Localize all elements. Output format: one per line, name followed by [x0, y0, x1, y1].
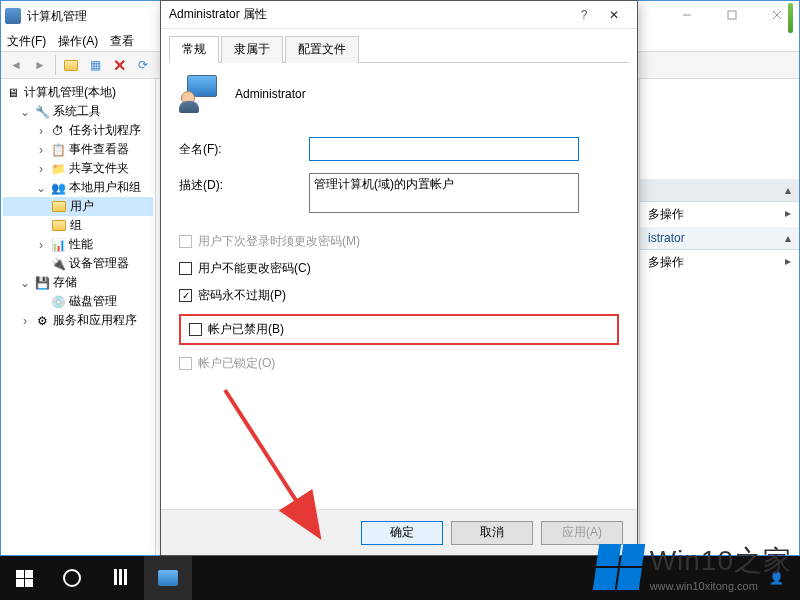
dialog-close-button[interactable]: ✕	[599, 8, 629, 22]
folder-icon	[51, 218, 67, 234]
check-locked: 帐户已锁定(O)	[179, 355, 619, 372]
properties-icon[interactable]: ▦	[84, 54, 106, 76]
tree-localusers[interactable]: ⌄👥本地用户和组	[3, 178, 153, 197]
action-more2[interactable]: 多操作▸	[640, 250, 799, 275]
delete-icon[interactable]: ✕	[108, 54, 130, 76]
check-must-change: 用户下次登录时须更改密码(M)	[179, 233, 619, 250]
menu-view[interactable]: 查看	[110, 33, 134, 50]
watermark-url: www.win10xitong.com	[650, 580, 792, 592]
tree-storage[interactable]: ⌄💾存储	[3, 273, 153, 292]
username-label: Administrator	[235, 87, 306, 101]
watermark-brand: Win10之家	[650, 542, 792, 580]
taskview-button[interactable]	[96, 556, 144, 600]
back-icon: ◄	[5, 54, 27, 76]
expand-icon[interactable]: ›	[35, 144, 47, 156]
watermark: Win10之家 www.win10xitong.com	[596, 542, 792, 592]
check-never-expire[interactable]: ✓ 密码永不过期(P)	[179, 287, 619, 304]
maximize-button[interactable]	[709, 1, 754, 29]
menu-action[interactable]: 操作(A)	[58, 33, 98, 50]
start-button[interactable]	[0, 556, 48, 600]
admin-properties-dialog: Administrator 属性 ? ✕ 常规 隶属于 配置文件 Adminis…	[160, 0, 638, 556]
cancel-button[interactable]: 取消	[451, 521, 533, 545]
menu-file[interactable]: 文件(F)	[7, 33, 46, 50]
check-account-disabled[interactable]: 帐户已禁用(B)	[189, 321, 284, 338]
services-icon: ⚙	[34, 313, 50, 329]
tree-groups[interactable]: 组	[3, 216, 153, 235]
actions-panel: ▴ 多操作▸ istrator▴ 多操作▸	[639, 79, 799, 555]
cortana-icon	[63, 569, 81, 587]
expand-icon[interactable]: ›	[35, 239, 47, 251]
tree-devmgr[interactable]: 🔌设备管理器	[3, 254, 153, 273]
taskbar-app[interactable]	[144, 556, 192, 600]
checkbox-icon	[179, 357, 192, 370]
check-cannot-change[interactable]: 用户不能更改密码(C)	[179, 260, 619, 277]
fullname-label: 全名(F):	[179, 137, 309, 158]
checkbox-icon	[179, 235, 192, 248]
svg-rect-1	[728, 11, 736, 19]
tools-icon: 🔧	[34, 104, 50, 120]
collapse-icon[interactable]: ⌄	[19, 106, 31, 118]
clock-icon: ⏱	[50, 123, 66, 139]
checkbox-icon[interactable]	[189, 323, 202, 336]
storage-icon: 💾	[34, 275, 50, 291]
forward-icon: ►	[29, 54, 51, 76]
tree-systools[interactable]: ⌄🔧系统工具	[3, 102, 153, 121]
checkbox-checked-icon[interactable]: ✓	[179, 289, 192, 302]
computer-icon: 🖥	[5, 85, 21, 101]
disk-icon: 💿	[50, 294, 66, 310]
collapse-icon[interactable]: ⌄	[19, 277, 31, 289]
expand-icon[interactable]: ›	[19, 315, 31, 327]
refresh-icon[interactable]: ⟳	[132, 54, 154, 76]
dialog-titlebar: Administrator 属性 ? ✕	[161, 1, 637, 29]
action-admin-header: istrator▴	[640, 227, 799, 250]
tree-diskmgmt[interactable]: 💿磁盘管理	[3, 292, 153, 311]
ok-button[interactable]: 确定	[361, 521, 443, 545]
folder-icon	[51, 199, 67, 215]
perf-icon: 📊	[50, 237, 66, 253]
dialog-content: Administrator 全名(F): 描述(D): 管理计算机(域)的内置帐…	[161, 63, 637, 384]
fullname-input[interactable]	[309, 137, 579, 161]
tree-perf[interactable]: ›📊性能	[3, 235, 153, 254]
windows-icon	[16, 570, 33, 587]
event-icon: 📋	[50, 142, 66, 158]
expand-icon[interactable]: ›	[35, 163, 47, 175]
tab-general[interactable]: 常规	[169, 36, 219, 63]
share-icon: 📁	[50, 161, 66, 177]
help-button[interactable]: ?	[569, 8, 599, 22]
separator	[55, 55, 56, 75]
app-icon	[5, 8, 21, 24]
chevron-right-icon: ▸	[785, 254, 791, 271]
tree-users[interactable]: 用户	[3, 197, 153, 216]
description-input[interactable]: 管理计算机(域)的内置帐户	[309, 173, 579, 213]
collapse-icon[interactable]: ⌄	[35, 182, 47, 194]
tree-shared[interactable]: ›📁共享文件夹	[3, 159, 153, 178]
taskview-icon	[113, 569, 128, 588]
tree-task[interactable]: ›⏱任务计划程序	[3, 121, 153, 140]
folder-icon[interactable]	[60, 54, 82, 76]
action-header: ▴	[640, 179, 799, 202]
indicator-icon	[788, 3, 793, 33]
tab-memberof[interactable]: 隶属于	[221, 36, 283, 63]
tree-event[interactable]: ›📋事件查看器	[3, 140, 153, 159]
dialog-buttons: 确定 取消 应用(A)	[161, 509, 637, 555]
collapse-icon[interactable]: ▴	[785, 231, 791, 245]
dialog-title: Administrator 属性	[169, 6, 569, 23]
users-icon: 👥	[50, 180, 66, 196]
action-more1[interactable]: 多操作▸	[640, 202, 799, 227]
expand-icon[interactable]: ›	[35, 125, 47, 137]
apply-button[interactable]: 应用(A)	[541, 521, 623, 545]
device-icon: 🔌	[50, 256, 66, 272]
tab-profile[interactable]: 配置文件	[285, 36, 359, 63]
chevron-right-icon: ▸	[785, 206, 791, 223]
description-label: 描述(D):	[179, 173, 309, 194]
tree-panel: 🖥计算机管理(本地) ⌄🔧系统工具 ›⏱任务计划程序 ›📋事件查看器 ›📁共享文…	[1, 79, 156, 555]
collapse-icon[interactable]: ▴	[785, 183, 791, 197]
tree-services[interactable]: ›⚙服务和应用程序	[3, 311, 153, 330]
minimize-button[interactable]	[664, 1, 709, 29]
windows-logo-icon	[592, 544, 644, 590]
cortana-button[interactable]	[48, 556, 96, 600]
highlight-annotation: 帐户已禁用(B)	[179, 314, 619, 345]
tree-root[interactable]: 🖥计算机管理(本地)	[3, 83, 153, 102]
app-icon	[158, 570, 178, 586]
checkbox-icon[interactable]	[179, 262, 192, 275]
